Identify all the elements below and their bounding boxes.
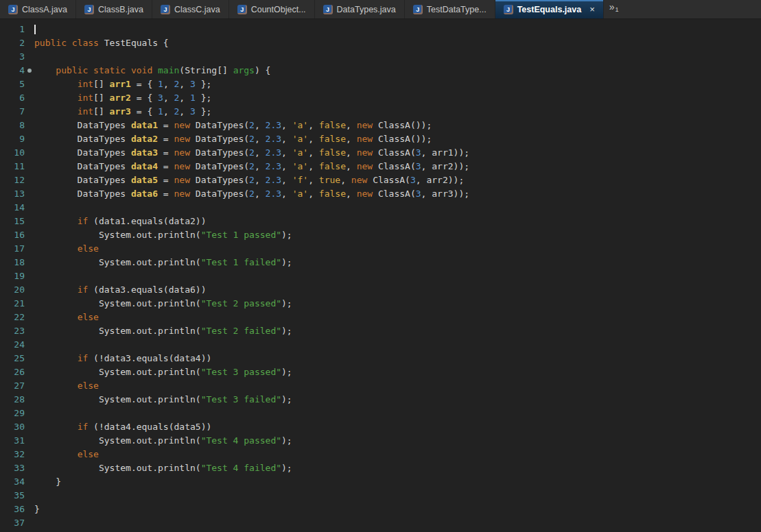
code-line[interactable]: 8 DataTypes data1 = new DataTypes(2, 2.3…	[0, 119, 761, 132]
code-token: if	[78, 353, 89, 363]
code-token: if	[78, 422, 89, 432]
tab-active[interactable]: JTestEquals.java×	[495, 0, 604, 19]
tab[interactable]: JClassC.java	[152, 0, 229, 19]
code-token	[34, 449, 78, 459]
tab[interactable]: JClassA.java	[0, 0, 76, 19]
code-token	[34, 106, 78, 117]
tab[interactable]: JCountObject...	[229, 0, 315, 19]
code-line[interactable]: 7 int[] arr3 = { 1, 2, 3 };	[0, 105, 761, 119]
code-line[interactable]: 5 int[] arr1 = { 1, 2, 3 };	[0, 77, 761, 91]
code-token: 2	[249, 175, 255, 185]
code-line[interactable]: 18 System.out.println("Test 1 failed");	[0, 256, 761, 269]
code-token: "Test 1 failed"	[201, 257, 281, 267]
code-token: false	[319, 134, 346, 144]
code-text: System.out.println("Test 2 failed");	[25, 324, 292, 338]
code-line[interactable]: 31 System.out.println("Test 4 passed");	[0, 434, 761, 448]
code-token: ,	[308, 134, 319, 144]
tab-label: ClassB.java	[98, 5, 143, 14]
code-line[interactable]: 14	[0, 201, 761, 215]
code-token: 2	[249, 120, 255, 130]
code-text	[25, 50, 34, 64]
code-token: static	[93, 65, 126, 75]
code-line[interactable]: 29	[0, 407, 761, 420]
code-line[interactable]: 36}	[0, 503, 761, 516]
code-token: ,	[308, 175, 319, 185]
code-text: public class TestEquals {	[25, 36, 169, 50]
code-text: int[] arr1 = { 1, 2, 3 };	[25, 77, 211, 91]
code-line[interactable]: 20 if (data3.equals(data6))	[0, 283, 761, 297]
code-line[interactable]: 3	[0, 50, 761, 64]
code-token: 'f'	[292, 175, 308, 185]
code-token: []	[93, 106, 109, 117]
code-line[interactable]: 25 if (!data3.equals(data4))	[0, 352, 761, 365]
code-token: if	[78, 285, 89, 295]
line-number: 20	[0, 283, 25, 297]
code-line[interactable]: 27 else	[0, 379, 761, 393]
code-text: System.out.println("Test 3 passed");	[25, 365, 292, 379]
code-line[interactable]: 37	[0, 516, 761, 530]
tab-overflow[interactable]: »1	[604, 0, 624, 19]
code-line[interactable]: 4 public static void main(String[] args)…	[0, 64, 761, 77]
code-line[interactable]: 6 int[] arr2 = { 3, 2, 1 };	[0, 91, 761, 105]
code-line[interactable]: 33 System.out.println("Test 4 failed");	[0, 461, 761, 475]
code-line[interactable]: 24	[0, 338, 761, 352]
line-number: 28	[0, 393, 25, 407]
code-line[interactable]: 23 System.out.println("Test 2 failed");	[0, 324, 761, 338]
code-token: ) {	[255, 65, 270, 75]
line-number: 14	[0, 201, 25, 215]
line-number: 24	[0, 338, 25, 352]
code-token: new	[351, 175, 367, 185]
java-file-icon: J	[413, 5, 423, 14]
code-token: false	[319, 120, 346, 130]
code-text: }	[25, 503, 40, 516]
code-text: System.out.println("Test 4 passed");	[25, 434, 292, 448]
code-line[interactable]: 10 DataTypes data3 = new DataTypes(2, 2.…	[0, 146, 761, 160]
code-token	[34, 216, 78, 226]
code-line[interactable]: 15 if (data1.equals(data2))	[0, 215, 761, 228]
code-line[interactable]: 28 System.out.println("Test 3 failed");	[0, 393, 761, 407]
code-line[interactable]: 34 }	[0, 475, 761, 489]
code-token: ,	[163, 79, 174, 89]
tab-close-icon[interactable]: ×	[589, 4, 595, 14]
code-line[interactable]: 12 DataTypes data5 = new DataTypes(2, 2.…	[0, 173, 761, 187]
code-line[interactable]: 1	[0, 23, 761, 36]
line-number: 17	[0, 242, 25, 256]
code-token: DataTypes(	[190, 134, 249, 144]
code-line[interactable]: 9 DataTypes data2 = new DataTypes(2, 2.3…	[0, 132, 761, 146]
line-number: 35	[0, 489, 25, 503]
line-number: 18	[0, 256, 25, 269]
code-line[interactable]: 30 if (!data4.equals(data5))	[0, 420, 761, 434]
code-token: =	[158, 120, 174, 130]
code-line[interactable]: 26 System.out.println("Test 3 passed");	[0, 365, 761, 379]
code-token: =	[158, 134, 174, 144]
java-file-icon: J	[504, 5, 513, 14]
tab[interactable]: JClassB.java	[76, 0, 152, 19]
code-line[interactable]: 22 else	[0, 311, 761, 324]
code-token: , arr2));	[421, 161, 469, 171]
code-line[interactable]: 16 System.out.println("Test 1 passed");	[0, 228, 761, 242]
code-token: 2	[249, 161, 255, 171]
code-token: else	[78, 449, 99, 459]
code-token: ,	[255, 161, 266, 171]
code-token: DataTypes(	[190, 189, 249, 199]
tab[interactable]: JTestDataType...	[405, 0, 495, 19]
code-line[interactable]: 21 System.out.println("Test 2 passed");	[0, 297, 761, 311]
code-token: void	[131, 65, 152, 75]
code-token: , arr1));	[421, 147, 469, 158]
line-number: 19	[0, 269, 25, 283]
code-token: class	[72, 38, 99, 48]
code-line[interactable]: 2public class TestEquals {	[0, 36, 761, 50]
code-line[interactable]: 11 DataTypes data4 = new DataTypes(2, 2.…	[0, 160, 761, 173]
code-token: new	[174, 147, 190, 158]
tab[interactable]: JDataTypes.java	[315, 0, 405, 19]
code-line[interactable]: 17 else	[0, 242, 761, 256]
code-line[interactable]: 32 else	[0, 448, 761, 461]
code-token: DataTypes	[34, 147, 131, 158]
code-editor[interactable]: 12public class TestEquals {34 public sta…	[0, 19, 761, 531]
code-line[interactable]: 19	[0, 269, 761, 283]
code-token	[34, 380, 78, 391]
code-token: if	[78, 216, 89, 226]
code-line[interactable]: 13 DataTypes data6 = new DataTypes(2, 2.…	[0, 187, 761, 201]
code-token: else	[78, 380, 99, 391]
code-line[interactable]: 35	[0, 489, 761, 503]
